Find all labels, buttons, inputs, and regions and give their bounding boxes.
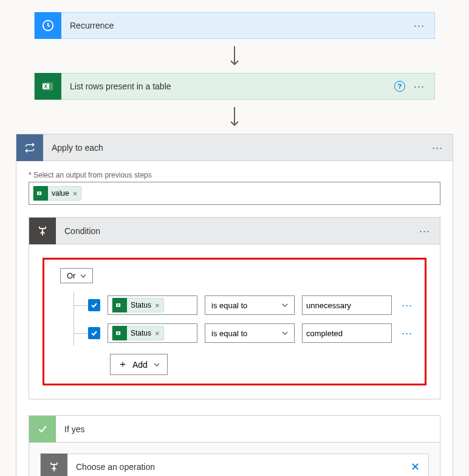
- operation-icon: [41, 454, 67, 476]
- row-checkbox[interactable]: [88, 299, 100, 311]
- loop-icon: [16, 134, 43, 161]
- token-chip-status[interactable]: X Status ×: [112, 298, 164, 312]
- chevron-down-icon: [154, 362, 160, 368]
- condition-field-input[interactable]: X Status ×: [108, 323, 197, 343]
- apply-to-each-card: Apply to each ··· * Select an output fro…: [16, 134, 453, 476]
- token-chip-label: Status: [131, 329, 151, 337]
- close-icon[interactable]: ✕: [411, 460, 428, 474]
- output-token-input[interactable]: X value ×: [29, 182, 440, 205]
- step-title: Recurrence: [61, 21, 414, 30]
- arrow-connector: [0, 100, 469, 134]
- row-checkbox[interactable]: [88, 327, 100, 339]
- help-icon[interactable]: ?: [394, 81, 405, 92]
- more-icon[interactable]: ···: [432, 142, 443, 153]
- more-icon[interactable]: ···: [419, 226, 430, 236]
- apply-to-each-header[interactable]: Apply to each ···: [16, 134, 453, 161]
- token-chip-label: value: [52, 189, 69, 198]
- condition-card: Condition ··· Or: [29, 217, 440, 399]
- add-condition-button[interactable]: ＋ Add: [110, 354, 168, 375]
- chevron-down-icon: [80, 273, 86, 279]
- remove-token-icon[interactable]: ×: [73, 189, 78, 198]
- step-title: Apply to each: [43, 143, 432, 153]
- recurrence-step[interactable]: Recurrence ···: [34, 12, 435, 39]
- condition-icon: [29, 218, 56, 244]
- arrow-connector: [0, 39, 469, 73]
- svg-text:X: X: [44, 84, 48, 89]
- step-title: If yes: [56, 424, 440, 434]
- clock-icon: [35, 12, 61, 39]
- condition-operator-select[interactable]: is equal to: [205, 323, 295, 343]
- condition-highlight: Or: [43, 258, 426, 385]
- tree-connector: [74, 333, 88, 334]
- check-icon: [29, 416, 56, 443]
- row-more-icon[interactable]: ···: [399, 327, 415, 340]
- tree-connector: [74, 305, 88, 306]
- excel-icon: X: [33, 186, 48, 201]
- output-label: * Select an output from previous steps: [29, 171, 440, 179]
- condition-header[interactable]: Condition ···: [29, 218, 440, 244]
- token-chip-value[interactable]: X value ×: [33, 186, 81, 201]
- step-title: Condition: [56, 226, 419, 236]
- condition-row: X Status × is equal to: [75, 323, 416, 343]
- if-yes-card: If yes Choose an operation ✕: [29, 415, 440, 476]
- chevron-down-icon: [282, 330, 288, 336]
- step-title: List rows present in a table: [61, 81, 394, 91]
- condition-row: X Status × is equal to: [75, 295, 416, 315]
- condition-operator-select[interactable]: is equal to: [205, 295, 295, 315]
- plus-icon: ＋: [118, 358, 128, 371]
- more-icon[interactable]: ···: [414, 20, 425, 31]
- excel-icon: X: [112, 298, 127, 312]
- if-yes-header[interactable]: If yes: [29, 416, 440, 443]
- logic-operator-select[interactable]: Or: [60, 268, 93, 283]
- list-rows-step[interactable]: X List rows present in a table ? ···: [34, 73, 435, 100]
- condition-value-input[interactable]: completed: [302, 323, 392, 343]
- token-chip-status[interactable]: X Status ×: [112, 326, 164, 340]
- chevron-down-icon: [282, 302, 288, 308]
- row-more-icon[interactable]: ···: [399, 299, 415, 312]
- token-chip-label: Status: [131, 301, 151, 309]
- tree-line: [74, 292, 74, 346]
- excel-icon: X: [112, 326, 127, 340]
- more-icon[interactable]: ···: [414, 81, 425, 92]
- remove-token-icon[interactable]: ×: [155, 329, 160, 338]
- choose-operation-card[interactable]: Choose an operation ✕: [40, 454, 429, 476]
- excel-icon: X: [35, 73, 61, 100]
- condition-value-input[interactable]: unnecessary: [302, 295, 392, 315]
- required-asterisk: *: [29, 171, 32, 179]
- step-title: Choose an operation: [67, 462, 411, 472]
- remove-token-icon[interactable]: ×: [155, 301, 160, 310]
- condition-field-input[interactable]: X Status ×: [108, 295, 197, 315]
